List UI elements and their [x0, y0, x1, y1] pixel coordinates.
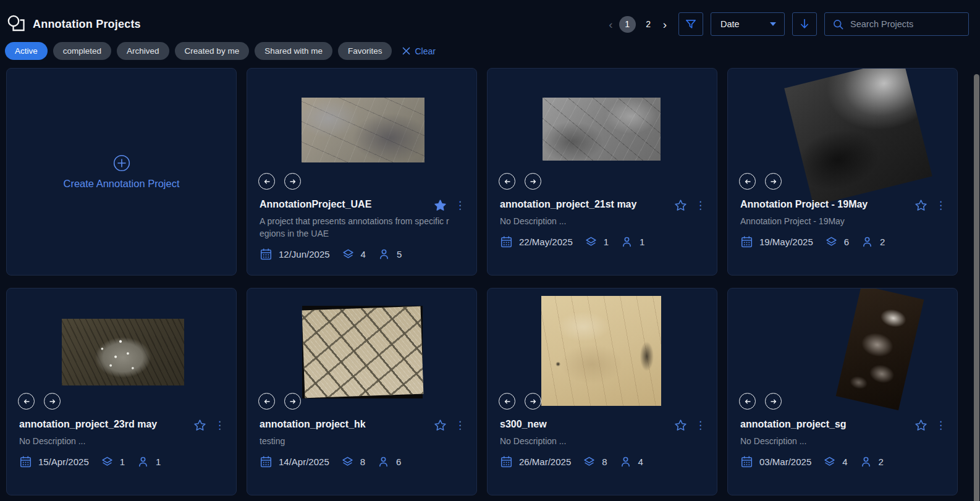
- calendar-icon: [19, 455, 33, 468]
- chip-created-by-me[interactable]: Created by me: [175, 42, 250, 60]
- create-annotation-project-card[interactable]: Create Annotation Project: [6, 68, 237, 276]
- scrollbar[interactable]: [974, 74, 979, 501]
- prev-image-button[interactable]: [258, 393, 275, 410]
- funnel-icon: [685, 18, 697, 30]
- prev-image-button[interactable]: [739, 173, 756, 190]
- project-card: Annotation Project - 19May ⋮ Annotation …: [727, 68, 958, 276]
- plus-circle-icon: [113, 154, 130, 172]
- calendar-icon: [260, 248, 273, 261]
- thumbnail-nav: [18, 393, 61, 410]
- project-description: No Description ...: [19, 435, 212, 447]
- calendar-icon: [740, 455, 754, 468]
- project-description: A project that presents annotations from…: [260, 215, 452, 240]
- kebab-menu-icon[interactable]: ⋮: [695, 200, 706, 211]
- layers-count: 8: [602, 457, 607, 467]
- favorite-star-icon[interactable]: [674, 199, 687, 212]
- project-thumbnail[interactable]: [62, 319, 184, 385]
- layers-icon: [342, 248, 355, 261]
- next-image-button[interactable]: [284, 393, 301, 410]
- kebab-menu-icon[interactable]: ⋮: [455, 200, 465, 211]
- favorite-star-icon[interactable]: [434, 199, 447, 212]
- chip-active[interactable]: Active: [5, 42, 48, 60]
- search-box[interactable]: [824, 12, 969, 36]
- thumbnail-nav: [258, 173, 301, 190]
- page-1-button[interactable]: 1: [619, 16, 636, 33]
- project-thumbnail[interactable]: [543, 98, 661, 161]
- kebab-menu-icon[interactable]: ⋮: [695, 420, 706, 431]
- next-image-button[interactable]: [525, 173, 541, 190]
- layers-count: 8: [360, 457, 365, 467]
- users-icon: [619, 455, 633, 468]
- next-image-button[interactable]: [525, 393, 541, 410]
- pagination: ‹ 1 2 ›: [607, 16, 669, 33]
- next-page-button[interactable]: ›: [661, 19, 669, 30]
- users-count: 6: [396, 457, 401, 467]
- sort-by-dropdown[interactable]: Date: [711, 12, 785, 36]
- project-thumbnail[interactable]: [302, 98, 425, 162]
- search-input[interactable]: [850, 19, 955, 29]
- thumbnail-nav: [499, 173, 541, 190]
- project-card: AnnotationProject_UAE ⋮ A project that p…: [247, 68, 477, 276]
- prev-image-button[interactable]: [739, 393, 756, 410]
- layers-count: 4: [842, 457, 847, 467]
- prev-page-button[interactable]: ‹: [607, 19, 614, 30]
- users-count: 1: [640, 237, 644, 247]
- project-thumbnail[interactable]: [541, 296, 661, 406]
- project-card: s300_new ⋮ No Description ... 26/Mar/202…: [487, 288, 717, 495]
- prev-image-button[interactable]: [499, 173, 515, 190]
- page-2-button[interactable]: 2: [640, 16, 657, 33]
- project-title: Annotation Project - 19May: [740, 199, 868, 210]
- kebab-menu-icon[interactable]: ⋮: [214, 420, 225, 431]
- project-thumbnail[interactable]: [784, 68, 932, 206]
- filter-chips-row: Active completed Archived Created by me …: [0, 42, 980, 60]
- project-card: annotation_project_hk ⋮ testing 14/Apr/2…: [247, 288, 477, 495]
- page-title: Annotation Projects: [33, 18, 141, 31]
- chip-shared-with-me[interactable]: Shared with me: [255, 42, 332, 60]
- layers-icon: [823, 455, 837, 468]
- thumbnail-nav: [739, 393, 782, 410]
- favorite-star-icon[interactable]: [674, 419, 687, 432]
- calendar-icon: [740, 235, 754, 248]
- next-image-button[interactable]: [284, 173, 301, 190]
- layers-count: 1: [604, 237, 609, 247]
- project-title: annotation_project_23rd may: [19, 419, 157, 430]
- filter-button[interactable]: [678, 12, 703, 36]
- chip-completed[interactable]: completed: [53, 42, 111, 60]
- project-thumbnail[interactable]: [302, 306, 423, 398]
- kebab-menu-icon[interactable]: ⋮: [455, 420, 465, 431]
- project-description: No Description ...: [500, 215, 693, 227]
- prev-image-button[interactable]: [258, 173, 275, 190]
- layers-count: 4: [361, 249, 366, 259]
- project-title: annotation_project_sg: [740, 419, 847, 430]
- app-logo-icon: [6, 14, 27, 34]
- favorite-star-icon[interactable]: [434, 419, 447, 432]
- prev-image-button[interactable]: [499, 393, 515, 410]
- clear-filters-button[interactable]: Clear: [402, 46, 435, 56]
- next-image-button[interactable]: [44, 393, 61, 410]
- calendar-icon: [260, 455, 273, 468]
- layers-icon: [101, 455, 114, 468]
- next-image-button[interactable]: [765, 393, 782, 410]
- layers-icon: [585, 235, 598, 248]
- chip-archived[interactable]: Archived: [117, 42, 169, 60]
- project-date: 03/Mar/2025: [759, 457, 811, 467]
- favorite-star-icon[interactable]: [193, 419, 206, 432]
- users-count: 2: [880, 237, 885, 247]
- favorite-star-icon[interactable]: [915, 419, 927, 432]
- users-count: 5: [397, 249, 402, 259]
- project-thumbnail[interactable]: [836, 288, 924, 410]
- users-icon: [620, 235, 634, 248]
- sort-direction-button[interactable]: [792, 12, 817, 36]
- next-image-button[interactable]: [765, 173, 782, 190]
- prev-image-button[interactable]: [18, 393, 35, 410]
- project-title: s300_new: [500, 419, 547, 430]
- favorite-star-icon[interactable]: [915, 199, 927, 212]
- kebab-menu-icon[interactable]: ⋮: [936, 200, 946, 211]
- layers-icon: [583, 455, 596, 468]
- chip-favorites[interactable]: Favorites: [338, 42, 392, 60]
- layers-icon: [341, 455, 355, 468]
- kebab-menu-icon[interactable]: ⋮: [936, 420, 946, 431]
- users-count: 1: [156, 457, 161, 467]
- down-arrow-icon: [798, 18, 811, 30]
- users-icon: [377, 455, 391, 468]
